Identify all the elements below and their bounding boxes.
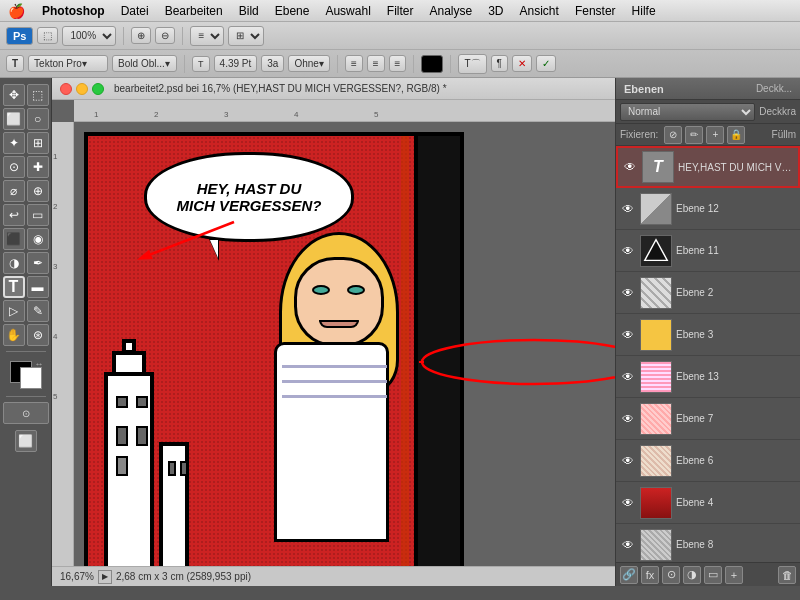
minimize-button[interactable] — [76, 83, 88, 95]
note-tool[interactable]: ✎ — [27, 300, 49, 322]
eyedrop-tool[interactable]: ⊙ — [3, 156, 25, 178]
layer-item-e13[interactable]: 👁 Ebene 13 — [616, 356, 800, 398]
lock-transparent-btn[interactable]: ⊘ — [664, 126, 682, 144]
lasso-tool[interactable]: ○ — [27, 108, 49, 130]
layer-item-e12[interactable]: 👁 Ebene 12 — [616, 188, 800, 230]
layer-group-btn[interactable]: ▭ — [704, 566, 722, 584]
layer-visibility-eye-1[interactable]: 👁 — [620, 201, 636, 217]
font-size-btn[interactable]: 4.39 Pt — [214, 55, 258, 72]
layer-visibility-eye-2[interactable]: 👁 — [620, 243, 636, 259]
char-panel-btn[interactable]: ¶ — [491, 55, 508, 72]
menu-bearbeiten[interactable]: Bearbeiten — [158, 2, 230, 20]
menu-ansicht[interactable]: Ansicht — [513, 2, 566, 20]
layer-item-e2[interactable]: 👁 Ebene 2 — [616, 272, 800, 314]
warp-text-btn[interactable]: T⌒ — [458, 54, 486, 74]
layer-item-e4[interactable]: 👁 Ebene 4 — [616, 482, 800, 524]
menu-photoshop[interactable]: Photoshop — [35, 2, 112, 20]
layer-item-e6[interactable]: 👁 Ebene 6 — [616, 440, 800, 482]
aa-btn[interactable]: 3a — [261, 55, 284, 72]
menu-3d[interactable]: 3D — [481, 2, 510, 20]
layer-item-e7[interactable]: 👁 Ebene 7 — [616, 398, 800, 440]
eraser-tool[interactable]: ▭ — [27, 204, 49, 226]
align-center-btn[interactable]: ≡ — [367, 55, 385, 72]
layer-item-e3[interactable]: 👁 Ebene 3 — [616, 314, 800, 356]
canvas-wrapper[interactable]: 1 2 3 4 5 1 2 3 4 5 — [52, 100, 615, 566]
menu-analyse[interactable]: Analyse — [422, 2, 479, 20]
lock-all-btn[interactable]: 🔒 — [727, 126, 745, 144]
layer-visibility-eye-8[interactable]: 👁 — [620, 495, 636, 511]
move-tool[interactable]: ✥ — [3, 84, 25, 106]
arrange-select[interactable]: ≡ — [190, 26, 224, 46]
shape-tool[interactable]: ▬ — [27, 276, 49, 298]
layer-visibility-eye-7[interactable]: 👁 — [620, 453, 636, 469]
confirm-text-btn[interactable]: ✓ — [536, 55, 556, 72]
status-icon[interactable]: ▶ — [98, 570, 112, 584]
layer-item-e11[interactable]: 👁 Ebene 11 — [616, 230, 800, 272]
menu-bild[interactable]: Bild — [232, 2, 266, 20]
apple-menu[interactable]: 🍎 — [8, 3, 25, 19]
layer-new-btn[interactable]: + — [725, 566, 743, 584]
background-color[interactable] — [20, 367, 42, 389]
layers-list[interactable]: 👁 T HEY,HAST DU MICH VERGESSEN 👁 Ebene 1… — [616, 146, 800, 562]
text-tool[interactable]: T — [3, 276, 25, 298]
menu-datei[interactable]: Datei — [114, 2, 156, 20]
heal-tool[interactable]: ✚ — [27, 156, 49, 178]
ps-icon-btn[interactable]: Ps — [6, 27, 33, 45]
path-select-tool[interactable]: ▷ — [3, 300, 25, 322]
artboard-tool[interactable]: ⬚ — [27, 84, 49, 106]
close-button[interactable] — [60, 83, 72, 95]
clone-tool[interactable]: ⊕ — [27, 180, 49, 202]
blend-mode-select[interactable]: Normal — [620, 103, 755, 121]
menu-fenster[interactable]: Fenster — [568, 2, 623, 20]
menu-filter[interactable]: Filter — [380, 2, 421, 20]
dodge-tool[interactable]: ◑ — [3, 252, 25, 274]
zoom-out-btn[interactable]: ⊖ — [155, 27, 175, 44]
crop-tool[interactable]: ⊞ — [27, 132, 49, 154]
screen-mode-btn[interactable]: ⬜ — [15, 430, 37, 452]
align-left-btn[interactable]: ≡ — [345, 55, 363, 72]
quick-mask-btn[interactable]: ⊙ — [3, 402, 49, 424]
layer-item-e8[interactable]: 👁 Ebene 8 — [616, 524, 800, 562]
layer-visibility-eye-9[interactable]: 👁 — [620, 537, 636, 553]
maximize-button[interactable] — [92, 83, 104, 95]
magic-wand-tool[interactable]: ✦ — [3, 132, 25, 154]
layer-item-text[interactable]: 👁 T HEY,HAST DU MICH VERGESSEN — [616, 146, 800, 188]
brush-tool[interactable]: ⌀ — [3, 180, 25, 202]
cancel-text-btn[interactable]: ✕ — [512, 55, 532, 72]
font-style-btn[interactable]: Bold Obl...▾ — [112, 55, 177, 72]
fill-tool[interactable]: ⬛ — [3, 228, 25, 250]
layer-visibility-eye-5[interactable]: 👁 — [620, 369, 636, 385]
layer-visibility-eye-4[interactable]: 👁 — [620, 327, 636, 343]
canvas-content[interactable]: HEY, HAST DU MICH VERGESSEN? — [74, 122, 615, 566]
layer-adjust-btn[interactable]: ◑ — [683, 566, 701, 584]
zoom-in-btn[interactable]: ⊕ — [131, 27, 151, 44]
menu-ebene[interactable]: Ebene — [268, 2, 317, 20]
pen-tool[interactable]: ✒ — [27, 252, 49, 274]
mode-btn[interactable]: ⬚ — [37, 27, 58, 44]
lock-image-btn[interactable]: ✏ — [685, 126, 703, 144]
antialiasing-btn[interactable]: Ohne▾ — [288, 55, 329, 72]
lock-position-btn[interactable]: + — [706, 126, 724, 144]
swap-colors[interactable]: ↔ — [35, 359, 44, 369]
blur-tool[interactable]: ◉ — [27, 228, 49, 250]
menu-hilfe[interactable]: Hilfe — [625, 2, 663, 20]
text-color-btn[interactable] — [421, 55, 443, 73]
view-select[interactable]: ⊞ — [228, 26, 264, 46]
text-orientation-btn[interactable]: T — [6, 55, 24, 72]
zoom-tool[interactable]: ⊛ — [27, 324, 49, 346]
layer-visibility-eye-3[interactable]: 👁 — [620, 285, 636, 301]
menu-auswahl[interactable]: Auswahl — [318, 2, 377, 20]
antialiasing-label: Ohne — [294, 58, 318, 69]
layer-visibility-eye-0[interactable]: 👁 — [622, 159, 638, 175]
font-family-btn[interactable]: Tekton Pro▾ — [28, 55, 108, 72]
layer-visibility-eye-6[interactable]: 👁 — [620, 411, 636, 427]
select-tool[interactable]: ⬜ — [3, 108, 25, 130]
align-right-btn[interactable]: ≡ — [389, 55, 407, 72]
hand-tool[interactable]: ✋ — [3, 324, 25, 346]
zoom-select[interactable]: 100%50%25% — [62, 26, 116, 46]
layer-effect-btn[interactable]: fx — [641, 566, 659, 584]
layer-delete-btn[interactable]: 🗑 — [778, 566, 796, 584]
layer-link-btn[interactable]: 🔗 — [620, 566, 638, 584]
layer-mask-btn[interactable]: ⊙ — [662, 566, 680, 584]
history-tool[interactable]: ↩ — [3, 204, 25, 226]
